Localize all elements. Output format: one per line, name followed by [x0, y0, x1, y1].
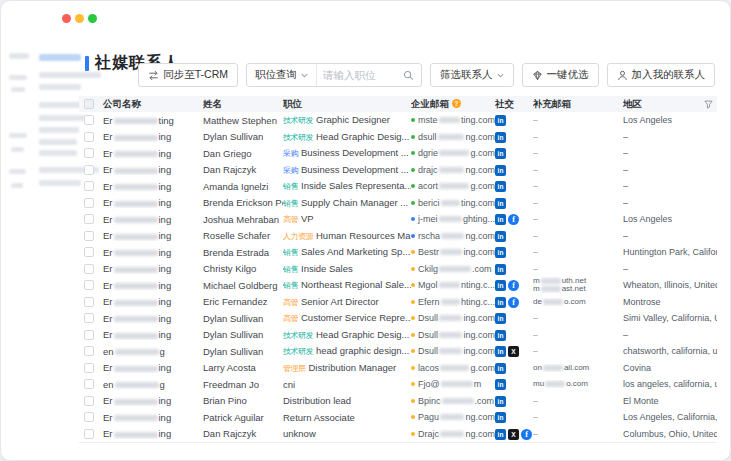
email-cell: Drajcng.com — [411, 429, 495, 439]
linkedin-icon[interactable]: in — [495, 198, 506, 209]
rail-item[interactable] — [11, 183, 23, 188]
company-suffix: ing — [159, 164, 172, 175]
rail-item[interactable] — [9, 75, 27, 80]
rail-item[interactable] — [9, 53, 29, 59]
row-checkbox[interactable] — [84, 330, 94, 340]
sidebar-item[interactable] — [39, 84, 81, 90]
row-checkbox[interactable] — [84, 198, 94, 208]
linkedin-icon[interactable]: in — [495, 379, 506, 390]
linkedin-icon[interactable]: in — [495, 247, 506, 258]
maximize-window-icon[interactable] — [88, 14, 97, 23]
row-checkbox[interactable] — [84, 396, 94, 406]
email-blur — [440, 365, 469, 371]
table-row: eng Freedman Jo cni Fjo@m in muo.com los… — [79, 376, 717, 393]
row-checkbox[interactable] — [84, 132, 94, 142]
contact-name: Larry Acosta — [203, 362, 283, 373]
email-prefix: berici — [418, 198, 440, 208]
linkedin-icon[interactable]: in — [495, 363, 506, 374]
company-blur — [114, 283, 158, 289]
row-checkbox[interactable] — [84, 115, 94, 125]
email-dot — [411, 349, 415, 353]
linkedin-icon[interactable]: in — [495, 330, 506, 341]
sync-to-tcrm-button[interactable]: 同步至T-CRM — [138, 63, 238, 87]
add-to-my-contacts-button[interactable]: 加入我的联系人 — [607, 63, 716, 87]
linkedin-icon[interactable]: in — [495, 280, 506, 291]
email-blur — [439, 117, 460, 123]
company-suffix: g — [160, 379, 165, 390]
rail-item[interactable] — [11, 87, 25, 92]
facebook-icon[interactable]: f — [508, 280, 519, 291]
rail-item[interactable] — [9, 169, 26, 174]
facebook-icon[interactable]: f — [508, 297, 519, 308]
contact-name: Dan Griego — [203, 148, 283, 159]
sidebar-item[interactable] — [39, 139, 77, 145]
region-cell: – — [623, 231, 717, 241]
position-search-input[interactable] — [317, 69, 403, 81]
facebook-icon[interactable]: f — [521, 429, 532, 440]
sidebar-item[interactable] — [39, 127, 79, 133]
linkedin-icon[interactable]: in — [495, 264, 506, 275]
region-cell: Los Angeles, California, Un... — [623, 412, 717, 422]
linkedin-icon[interactable]: in — [495, 132, 506, 143]
one-click-optimize-button[interactable]: 一键优选 — [522, 63, 599, 87]
linkedin-icon[interactable]: in — [495, 297, 506, 308]
row-checkbox[interactable] — [84, 346, 94, 356]
row-checkbox[interactable] — [84, 280, 94, 290]
email-cell: msteting.com — [411, 115, 495, 125]
sidebar-item[interactable] — [39, 150, 77, 156]
linkedin-icon[interactable]: in — [495, 231, 506, 242]
select-all-checkbox[interactable] — [84, 99, 94, 109]
row-checkbox[interactable] — [84, 214, 94, 224]
linkedin-icon[interactable]: in — [495, 412, 506, 423]
region-cell: – — [623, 198, 717, 208]
x-icon[interactable]: X — [508, 346, 519, 357]
company-cell: Ering — [103, 296, 203, 307]
email-prefix: Dsull — [418, 330, 438, 340]
position-query-dropdown[interactable]: 职位查询 — [247, 64, 317, 86]
row-checkbox[interactable] — [84, 429, 94, 439]
table-row: Ering Amanda Ignelzi 销售Inside Sales Repr… — [79, 178, 717, 195]
sidebar-item-active[interactable] — [39, 54, 81, 61]
linkedin-icon[interactable]: in — [495, 396, 506, 407]
linkedin-icon[interactable]: in — [495, 115, 506, 126]
social-cell: in — [495, 131, 533, 143]
linkedin-icon[interactable]: in — [495, 165, 506, 176]
position-title: Senior Art Director — [301, 296, 379, 307]
minimize-window-icon[interactable] — [75, 14, 84, 23]
email-blur — [440, 414, 464, 420]
rail-item[interactable] — [11, 147, 24, 152]
company-prefix: Er — [103, 263, 113, 274]
row-checkbox[interactable] — [84, 148, 94, 158]
sidebar-item[interactable] — [39, 180, 81, 186]
linkedin-icon[interactable]: in — [495, 313, 506, 324]
email-dot — [411, 135, 415, 139]
row-checkbox[interactable] — [84, 297, 94, 307]
linkedin-icon[interactable]: in — [495, 346, 506, 357]
linkedin-icon[interactable]: in — [495, 214, 506, 225]
social-cell: in — [495, 312, 533, 324]
row-checkbox[interactable] — [84, 181, 94, 191]
close-window-icon[interactable] — [62, 14, 71, 23]
table-row: Ering Brenda Erickson Pe 销售Supply Chain … — [79, 195, 717, 212]
row-checkbox[interactable] — [84, 363, 94, 373]
rail-item[interactable] — [9, 133, 27, 138]
filter-icon[interactable] — [704, 100, 713, 109]
row-checkbox[interactable] — [84, 247, 94, 257]
table-row: Ering Larry Acosta 管理层Distribution Manag… — [79, 360, 717, 377]
x-icon[interactable]: X — [508, 429, 519, 440]
linkedin-icon[interactable]: in — [495, 148, 506, 159]
row-checkbox[interactable] — [84, 264, 94, 274]
email-help-icon[interactable]: ? — [452, 99, 461, 108]
linkedin-icon[interactable]: in — [495, 429, 506, 440]
email-prefix: j-mei — [418, 214, 438, 224]
facebook-icon[interactable]: f — [508, 214, 519, 225]
row-checkbox[interactable] — [84, 231, 94, 241]
row-checkbox[interactable] — [84, 379, 94, 389]
table-body: Erting Matthew Stephen 技术研发Graphic Desig… — [79, 112, 717, 442]
search-icon[interactable] — [403, 70, 414, 81]
row-checkbox[interactable] — [84, 165, 94, 175]
linkedin-icon[interactable]: in — [495, 181, 506, 192]
row-checkbox[interactable] — [84, 412, 94, 422]
row-checkbox[interactable] — [84, 313, 94, 323]
filter-contacts-dropdown[interactable]: 筛选联系人 — [430, 63, 514, 87]
